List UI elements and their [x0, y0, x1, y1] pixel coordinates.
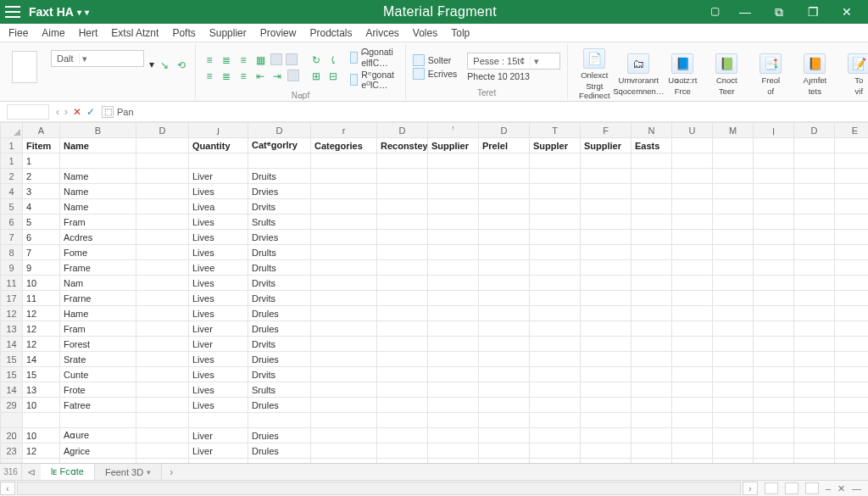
- column-header[interactable]: N: [632, 123, 672, 138]
- cell[interactable]: [794, 276, 835, 291]
- cell[interactable]: [713, 276, 754, 291]
- cell[interactable]: Aɑure: [60, 428, 136, 443]
- cell[interactable]: [377, 352, 428, 367]
- cell[interactable]: [754, 169, 794, 184]
- cell[interactable]: [530, 230, 581, 245]
- cell[interactable]: [311, 184, 377, 199]
- cell[interactable]: [189, 153, 248, 169]
- cell[interactable]: [377, 382, 428, 398]
- ribbon-option[interactable]: Ecrives: [413, 68, 457, 80]
- cell[interactable]: [530, 382, 581, 398]
- cell[interactable]: 5: [23, 215, 60, 230]
- cell[interactable]: 12: [23, 443, 60, 459]
- cell[interactable]: Livea: [189, 199, 248, 215]
- column-header[interactable]: D: [136, 123, 189, 138]
- cell[interactable]: [581, 260, 632, 276]
- view-normal-icon[interactable]: [765, 482, 778, 494]
- cell[interactable]: [632, 306, 672, 321]
- align-right-icon[interactable]: ≡: [236, 53, 250, 67]
- cell[interactable]: [672, 321, 713, 337]
- cell[interactable]: [136, 428, 189, 443]
- cell[interactable]: [754, 199, 794, 215]
- cell[interactable]: [672, 138, 713, 153]
- scroll-track[interactable]: [17, 482, 741, 495]
- cell[interactable]: [377, 291, 428, 306]
- cell[interactable]: [713, 459, 754, 465]
- cell[interactable]: [835, 413, 869, 428]
- cell[interactable]: [581, 199, 632, 215]
- row-header[interactable]: 15: [1, 367, 23, 382]
- name-box[interactable]: [7, 104, 49, 120]
- cell[interactable]: [754, 245, 794, 260]
- row-header[interactable]: 24: [1, 459, 23, 465]
- cell[interactable]: [835, 337, 869, 352]
- cell[interactable]: [581, 153, 632, 169]
- cell[interactable]: 6: [23, 230, 60, 245]
- cell[interactable]: Fram: [60, 215, 136, 230]
- cell[interactable]: 12: [23, 321, 60, 337]
- cell[interactable]: Drules: [248, 443, 311, 459]
- cell[interactable]: Categories: [311, 138, 377, 153]
- cell[interactable]: [713, 367, 754, 382]
- cell[interactable]: [479, 337, 530, 352]
- cell[interactable]: [581, 459, 632, 465]
- cell[interactable]: [835, 382, 869, 398]
- fill-icon[interactable]: [286, 53, 298, 65]
- cancel-icon[interactable]: ✕: [73, 106, 81, 118]
- cell[interactable]: [754, 382, 794, 398]
- cell[interactable]: [754, 215, 794, 230]
- cell[interactable]: [581, 291, 632, 306]
- cell[interactable]: [754, 291, 794, 306]
- ribbon-big-button[interactable]: 📙Aȷmfettets: [795, 52, 834, 96]
- cell[interactable]: Name: [60, 138, 136, 153]
- cell[interactable]: [581, 245, 632, 260]
- cell[interactable]: [479, 306, 530, 321]
- cell[interactable]: Drules: [248, 321, 311, 337]
- cell[interactable]: [530, 352, 581, 367]
- cell[interactable]: Catᵉgorlry: [248, 138, 311, 153]
- cell[interactable]: [23, 413, 60, 428]
- cell[interactable]: [311, 260, 377, 276]
- cell[interactable]: [311, 245, 377, 260]
- cell[interactable]: [60, 153, 136, 169]
- cell[interactable]: Agrice: [60, 443, 136, 459]
- cell[interactable]: [672, 169, 713, 184]
- cell[interactable]: [794, 138, 835, 153]
- cell[interactable]: [713, 337, 754, 352]
- ribbon-big-button[interactable]: 📝Tovif: [839, 52, 868, 96]
- scroll-right-button[interactable]: ›: [743, 482, 758, 495]
- cell[interactable]: [835, 230, 869, 245]
- column-header[interactable]: ȷ: [189, 123, 248, 138]
- cell[interactable]: Frute: [60, 459, 136, 465]
- cell[interactable]: [835, 184, 869, 199]
- cell[interactable]: [530, 306, 581, 321]
- cell[interactable]: [428, 428, 479, 443]
- column-header[interactable]: M: [713, 123, 754, 138]
- cell[interactable]: [479, 291, 530, 306]
- cell[interactable]: [581, 428, 632, 443]
- cell[interactable]: Supplier: [428, 138, 479, 153]
- cell[interactable]: Fome: [60, 245, 136, 260]
- cell[interactable]: [713, 398, 754, 413]
- cell[interactable]: 12: [23, 337, 60, 352]
- cell[interactable]: 4: [23, 199, 60, 215]
- cell[interactable]: Druies: [248, 352, 311, 367]
- cell[interactable]: [377, 443, 428, 459]
- cell[interactable]: [311, 459, 377, 465]
- cell[interactable]: [428, 199, 479, 215]
- wrap-icon[interactable]: ⤹: [326, 53, 340, 67]
- cell[interactable]: [835, 169, 869, 184]
- cell[interactable]: [479, 459, 530, 465]
- cell[interactable]: [581, 215, 632, 230]
- cell[interactable]: [835, 153, 869, 169]
- cell[interactable]: 3: [23, 184, 60, 199]
- cell[interactable]: [530, 245, 581, 260]
- cell[interactable]: [835, 291, 869, 306]
- row-header[interactable]: 20: [1, 428, 23, 443]
- font-dropdown[interactable]: Dalt▾: [51, 50, 144, 67]
- zoom-slider[interactable]: ―: [852, 483, 861, 493]
- cell[interactable]: Fram: [60, 321, 136, 337]
- cell[interactable]: [136, 413, 189, 428]
- cell[interactable]: [479, 215, 530, 230]
- view-layout-icon[interactable]: [785, 482, 798, 494]
